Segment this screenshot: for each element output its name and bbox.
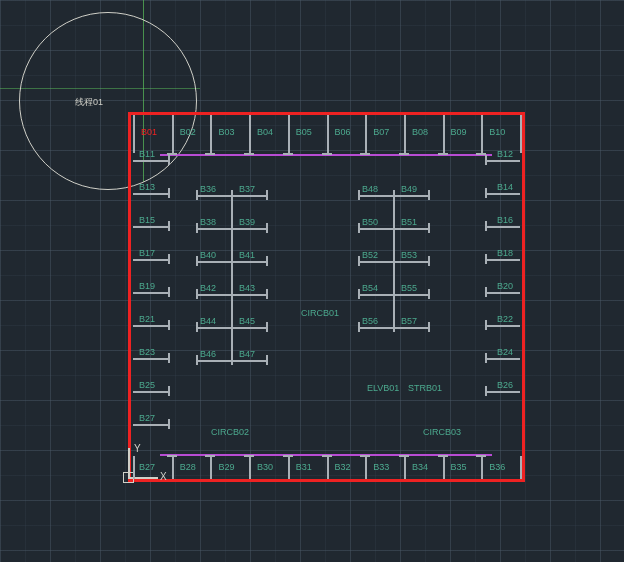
wall-tee <box>196 355 198 365</box>
wall-left-stud <box>133 325 168 327</box>
label-left: B19 <box>139 281 155 291</box>
wall-top-stud <box>443 115 445 153</box>
wall-tee <box>196 322 198 332</box>
wall-inner-arm <box>196 360 266 362</box>
wall-left-stud <box>133 292 168 294</box>
wall-left-stud <box>133 391 168 393</box>
wall-bottom-stud <box>133 456 135 479</box>
wall-inner-arm <box>358 195 428 197</box>
label-inner: B40 <box>200 250 216 260</box>
label-left: B21 <box>139 314 155 324</box>
wall-tee <box>266 355 268 365</box>
label-inner: B51 <box>401 217 417 227</box>
wall-tee <box>168 287 170 297</box>
wall-tee <box>205 153 215 155</box>
label-top: B08 <box>412 127 428 137</box>
wall-tee <box>196 256 198 266</box>
wall-tee <box>205 455 215 457</box>
wall-inner-arm <box>196 195 266 197</box>
wall-bottom-stud <box>172 456 174 479</box>
wall-tee <box>360 153 370 155</box>
label-inner: B44 <box>200 316 216 326</box>
wall-tee <box>266 256 268 266</box>
wall-right-stud <box>485 325 520 327</box>
label-top: B04 <box>257 127 273 137</box>
label-bottom: B34 <box>412 462 428 472</box>
wall-tee <box>399 153 409 155</box>
wall-bottom-stud <box>443 456 445 479</box>
label-inner: B56 <box>362 316 378 326</box>
wall-tee <box>167 455 177 457</box>
label-top: B09 <box>451 127 467 137</box>
wall-left-stud <box>133 358 168 360</box>
wall-tee <box>428 190 430 200</box>
wall-left-stud <box>133 226 168 228</box>
label-inner: B42 <box>200 283 216 293</box>
wall-tee <box>485 287 487 297</box>
wall-tee <box>266 322 268 332</box>
wall-tee <box>168 320 170 330</box>
wall-tee <box>168 155 170 165</box>
label-bottom: B32 <box>335 462 351 472</box>
wall-inner-arm <box>358 261 428 263</box>
wall-tee <box>196 223 198 233</box>
wall-top-stud <box>288 115 290 153</box>
wall-inner-vert <box>231 190 233 365</box>
wall-right-stud <box>485 193 520 195</box>
label-inner: B45 <box>239 316 255 326</box>
label-strb01: STRB01 <box>408 383 442 393</box>
wall-tee <box>322 455 332 457</box>
label-bottom: B36 <box>489 462 505 472</box>
wall-tee <box>168 353 170 363</box>
wall-tee <box>485 353 487 363</box>
wall-tee <box>360 455 370 457</box>
label-inner: B50 <box>362 217 378 227</box>
label-elvb01: ELVB01 <box>367 383 399 393</box>
label-inner: B55 <box>401 283 417 293</box>
wall-bottom-stud <box>365 456 367 479</box>
wall-inner-arm <box>358 294 428 296</box>
label-top: B07 <box>373 127 389 137</box>
wall-tee <box>476 455 486 457</box>
wall-bottom-stud <box>327 456 329 479</box>
wall-inner-arm <box>196 228 266 230</box>
wall-tee <box>428 223 430 233</box>
label-inner: B36 <box>200 184 216 194</box>
wall-tee <box>428 289 430 299</box>
label-inner: B57 <box>401 316 417 326</box>
wall-top-stud <box>520 115 522 153</box>
wall-tee <box>283 153 293 155</box>
wall-tee <box>266 190 268 200</box>
label-right: B22 <box>497 314 513 324</box>
wall-top-stud <box>365 115 367 153</box>
label-inner: B49 <box>401 184 417 194</box>
label-bottom: B35 <box>451 462 467 472</box>
label-left: B15 <box>139 215 155 225</box>
wall-tee <box>485 221 487 231</box>
label-inner: B48 <box>362 184 378 194</box>
label-left: B13 <box>139 182 155 192</box>
label-left: B27 <box>139 413 155 423</box>
cad-canvas[interactable]: 线程01 Y X CIRCB01 CIRCB02 CIRCB03 ELVB01 … <box>0 0 624 562</box>
wall-right-stud <box>485 160 520 162</box>
label-inner: B37 <box>239 184 255 194</box>
wall-tee <box>244 455 254 457</box>
wall-left-stud <box>133 424 168 426</box>
label-bottom: B33 <box>373 462 389 472</box>
ucs-y-label: Y <box>134 443 141 454</box>
wall-tee <box>485 386 487 396</box>
wall-tee <box>358 190 360 200</box>
label-top: B06 <box>335 127 351 137</box>
label-right: B16 <box>497 215 513 225</box>
wall-top-stud <box>327 115 329 153</box>
wall-tee <box>428 256 430 266</box>
label-left: B25 <box>139 380 155 390</box>
wall-left-stud <box>133 259 168 261</box>
wall-tee <box>485 188 487 198</box>
wall-inner-arm <box>358 327 428 329</box>
label-inner: B47 <box>239 349 255 359</box>
wall-inner-arm <box>196 261 266 263</box>
wall-tee <box>358 289 360 299</box>
wall-tee <box>168 386 170 396</box>
wall-top-stud <box>481 115 483 153</box>
